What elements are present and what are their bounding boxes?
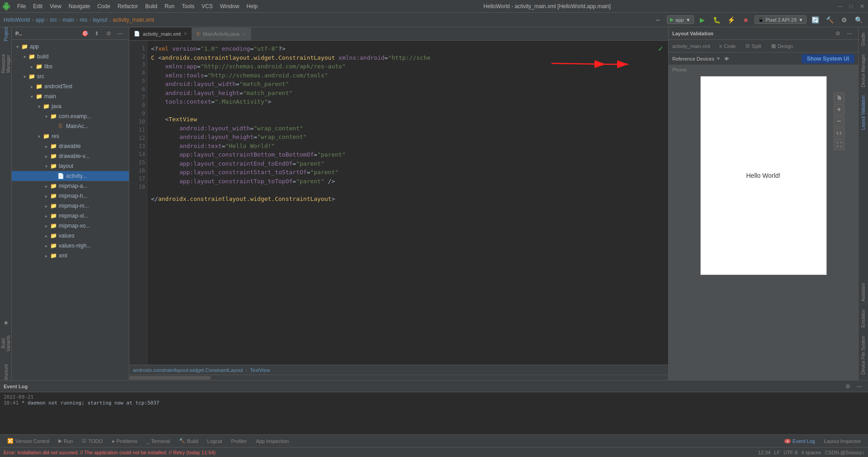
options-button[interactable]: ⚙ xyxy=(104,29,113,38)
gradle-panel-button[interactable]: Gradle xyxy=(860,29,867,50)
zoom-out-button[interactable]: − xyxy=(834,116,844,127)
event-log-settings[interactable]: ⚙ xyxy=(843,381,853,391)
todo-tab[interactable]: ☑ TODO xyxy=(78,436,106,446)
menu-refactor[interactable]: Refactor xyxy=(114,2,142,11)
device-file-system-button[interactable]: Device File System xyxy=(860,332,867,378)
collapse-all-button[interactable]: ⬆ xyxy=(92,29,102,38)
maximize-button[interactable]: □ xyxy=(848,3,854,10)
tree-item-src[interactable]: ▾ 📁 src xyxy=(12,71,129,81)
menu-file[interactable]: File xyxy=(14,2,29,11)
problems-tab[interactable]: ● Problems xyxy=(108,436,141,446)
code-content[interactable]: <?xml version="1.0" encoding="utf-8"?> C… xyxy=(147,41,668,365)
tree-item-mipmap-xl[interactable]: ▸ 📁 mipmap-xl... xyxy=(12,211,129,221)
zoom-in-button[interactable]: + xyxy=(834,104,844,115)
debug-button[interactable]: 🐛 xyxy=(711,15,723,25)
editor-horizontal-scrollbar[interactable] xyxy=(129,375,668,380)
menu-help[interactable]: Help xyxy=(243,2,261,11)
tab-close-mainactivity[interactable]: ✕ xyxy=(242,32,246,37)
tree-item-mipmap-a[interactable]: ▸ 📁 mipmap-a... xyxy=(12,181,129,191)
tab-mainactivity[interactable]: © MainActivity.java ✕ xyxy=(192,28,251,40)
build-variants-button[interactable]: Build Variants xyxy=(1,338,11,348)
tree-item-mipmap-xo[interactable]: ▸ 📁 mipmap-xo... xyxy=(12,221,129,231)
tree-item-values[interactable]: ▸ 📁 values xyxy=(12,231,129,241)
search-everywhere-button[interactable]: 🔍 xyxy=(853,15,864,25)
layout-inspector-tab[interactable]: Layout Inspector xyxy=(821,436,864,446)
tree-item-androidtest[interactable]: ▸ 📁 androidTest xyxy=(12,81,129,91)
sync-button[interactable]: 🔄 xyxy=(809,15,821,25)
reference-devices-dropdown-arrow[interactable]: ▼ xyxy=(716,56,721,61)
breadcrumb-res[interactable]: res xyxy=(80,17,88,23)
logcat-tab[interactable]: Logcat xyxy=(203,436,226,446)
tree-item-activity-main[interactable]: 📄 activity... xyxy=(12,171,129,181)
assistant-button[interactable]: Assistant xyxy=(860,280,867,305)
breadcrumb-app[interactable]: app xyxy=(35,17,44,23)
device-manager-button[interactable]: Device Manager xyxy=(860,51,867,91)
back-button[interactable]: ← xyxy=(652,15,664,25)
project-panel-button[interactable]: Project xyxy=(1,29,11,39)
breadcrumb-layout[interactable]: layout xyxy=(93,17,107,23)
show-system-ui-button[interactable]: Show System UI xyxy=(802,54,854,63)
tree-item-drawable-v[interactable]: ▸ 📁 drawable-v... xyxy=(12,151,129,161)
tree-item-mipmap-m[interactable]: ▸ 📁 mipmap-m... xyxy=(12,201,129,211)
split-view-tab[interactable]: ⊟ Split xyxy=(741,41,765,51)
hscroll-thumb[interactable] xyxy=(129,376,211,380)
rebuild-button[interactable]: 🔨 xyxy=(824,15,835,25)
tab-activity-main[interactable]: 📄 activity_main.xml ✕ xyxy=(129,28,192,40)
menu-build[interactable]: Build xyxy=(142,2,161,11)
tree-item-values-night[interactable]: ▸ 📁 values-nigh... xyxy=(12,241,129,251)
breadcrumb-main[interactable]: main xyxy=(63,17,75,23)
breadcrumb-textview[interactable]: TextView xyxy=(250,367,270,373)
profiler-tab[interactable]: Profiler xyxy=(227,436,250,446)
menu-navigate[interactable]: Navigate xyxy=(65,2,94,11)
menu-window[interactable]: Window xyxy=(217,2,243,11)
resource-manager-button[interactable]: Resource Manager xyxy=(1,59,11,69)
tree-item-mipmap-h[interactable]: ▸ 📁 mipmap-h... xyxy=(12,191,129,201)
terminal-tab[interactable]: _ Terminal xyxy=(143,436,174,446)
structure-button[interactable]: Structure xyxy=(1,368,11,378)
reference-devices-label[interactable]: Reference Devices xyxy=(672,56,714,62)
fit-screen-button[interactable]: ⛶ xyxy=(834,139,844,150)
run-config-dropdown[interactable]: ▶ app ▼ xyxy=(667,15,693,24)
tree-item-com-example[interactable]: ▾ 📁 com.examp... xyxy=(12,111,129,121)
panel-hide-button[interactable]: — xyxy=(115,29,125,38)
stop-button[interactable]: ■ xyxy=(740,15,752,25)
build-tab[interactable]: 🔨 Build xyxy=(175,436,202,446)
layout-validation-hide[interactable]: — xyxy=(844,29,854,38)
design-view-tab[interactable]: ▦ Design xyxy=(767,41,797,51)
tree-item-drawable[interactable]: ▸ 📁 drawable xyxy=(12,141,129,151)
event-log-hide[interactable]: — xyxy=(854,381,864,391)
settings-button[interactable]: ⚙ xyxy=(838,15,850,25)
tree-item-layout[interactable]: ▾ 📁 layout xyxy=(12,161,129,171)
menu-vcs[interactable]: VCS xyxy=(198,2,217,11)
menu-view[interactable]: View xyxy=(46,2,65,11)
tree-item-app[interactable]: ▾ 📁 app xyxy=(12,42,129,52)
run-button[interactable]: ▶ xyxy=(697,15,708,25)
tree-item-mainactivity[interactable]: © MainAc... xyxy=(12,121,129,131)
tree-item-libs[interactable]: ▸ 📁 libs xyxy=(12,62,129,71)
menu-edit[interactable]: Edit xyxy=(29,2,46,11)
code-editor[interactable]: 123456789101112131415161718 <?xml versio… xyxy=(129,41,668,365)
run-tab[interactable]: ▶ Run xyxy=(55,436,76,446)
layout-validation-settings[interactable]: ⚙ xyxy=(833,29,843,38)
app-inspection-tab[interactable]: App Inspection xyxy=(252,436,292,446)
version-control-tab[interactable]: 🔀 Version Control xyxy=(4,436,53,446)
breadcrumb-file[interactable]: activity_main.xml xyxy=(113,17,154,23)
tree-item-res[interactable]: ▾ 📁 res xyxy=(12,131,129,141)
tab-close-activity-main[interactable]: ✕ xyxy=(184,31,187,36)
breadcrumb-src[interactable]: src xyxy=(50,17,57,23)
code-view-tab[interactable]: ≡ Code xyxy=(715,41,741,51)
minimize-button[interactable]: ─ xyxy=(836,3,844,10)
locate-button[interactable]: 🎯 xyxy=(80,29,90,38)
menu-tools[interactable]: Tools xyxy=(178,2,198,11)
tree-item-xml[interactable]: ▸ 📁 xml xyxy=(12,251,129,261)
event-log-bottom-tab[interactable]: 4 Event Log xyxy=(781,436,819,446)
layout-validation-button[interactable]: Layout Validation xyxy=(860,92,867,133)
cursor-tool-button[interactable]: 🖱 xyxy=(834,92,844,103)
favorites-button[interactable]: ★ xyxy=(1,318,11,328)
close-button[interactable]: ✕ xyxy=(858,3,866,10)
menu-run[interactable]: Run xyxy=(161,2,178,11)
emulator-button[interactable]: Emulator xyxy=(860,306,867,331)
device-config-dropdown[interactable]: 📱 Pixel 2 API 29 ▼ xyxy=(755,15,807,24)
breadcrumb-constraint-layout[interactable]: androidx.constraintlayout.widget.Constra… xyxy=(133,367,243,373)
tree-item-java[interactable]: ▾ 📁 java xyxy=(12,101,129,111)
